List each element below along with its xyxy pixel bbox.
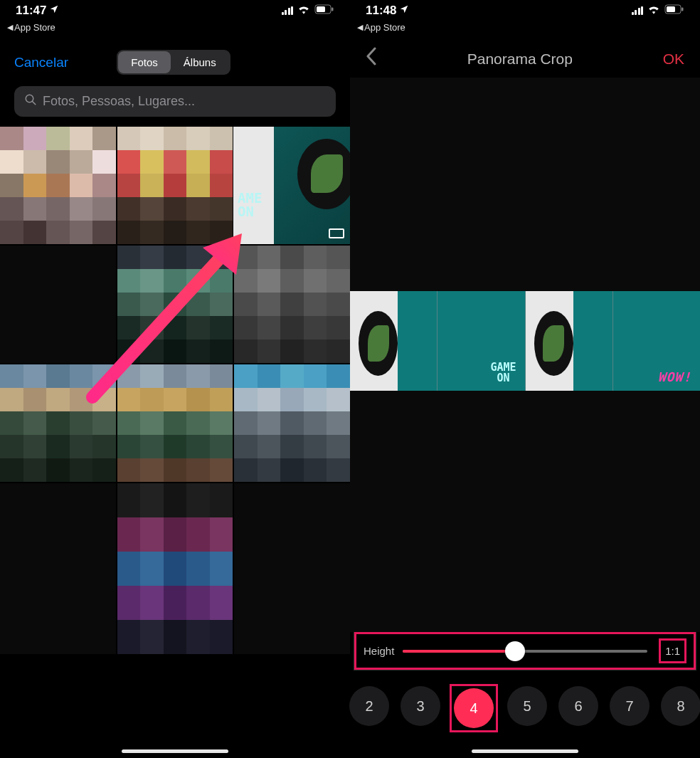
- slider-thumb[interactable]: [505, 641, 525, 661]
- height-slider[interactable]: [403, 643, 647, 659]
- cellular-signal-icon: [282, 6, 294, 15]
- back-to-app-store[interactable]: ◀ App Store: [0, 21, 350, 37]
- screen-title: Panorama Crop: [467, 51, 573, 68]
- photo-thumb-panorama[interactable]: AMEON: [234, 127, 350, 244]
- tile-text: WOW!: [658, 371, 691, 384]
- height-label: Height: [364, 645, 394, 657]
- back-button[interactable]: [366, 47, 377, 70]
- crop-tile: WOW!: [613, 291, 700, 391]
- wifi-icon: [647, 4, 660, 18]
- status-bar: 11:48: [350, 0, 700, 21]
- breadcrumb-label: App Store: [364, 22, 405, 33]
- count-option-4[interactable]: 4: [454, 688, 494, 728]
- home-indicator[interactable]: [122, 749, 228, 753]
- photo-thumb[interactable]: [117, 364, 233, 482]
- chevron-left-icon: ◀: [357, 23, 363, 32]
- crop-canvas[interactable]: GAME ON WOW!: [350, 78, 700, 632]
- search-icon: [24, 93, 37, 110]
- photo-thumb[interactable]: [117, 483, 233, 654]
- segmented-control: Fotos Álbuns: [117, 50, 230, 75]
- breadcrumb-label: App Store: [14, 22, 55, 33]
- count-option-3[interactable]: 3: [401, 686, 440, 726]
- status-bar: 11:47: [0, 0, 350, 21]
- svg-rect-6: [667, 6, 675, 12]
- crop-header: Panorama Crop OK: [350, 37, 700, 78]
- photo-thumb[interactable]: [234, 483, 350, 654]
- panorama-badge-icon: [329, 228, 344, 238]
- photo-thumb[interactable]: [117, 127, 233, 244]
- crop-tile: GAME ON: [438, 291, 525, 391]
- back-to-app-store[interactable]: ◀ App Store: [350, 21, 700, 37]
- count-option-5[interactable]: 5: [507, 686, 547, 726]
- photo-thumb[interactable]: [0, 364, 116, 482]
- photo-thumb[interactable]: [0, 246, 116, 363]
- search-field[interactable]: [14, 86, 336, 117]
- ok-button[interactable]: OK: [663, 51, 684, 68]
- photo-thumb[interactable]: [234, 246, 350, 363]
- phone-left-photo-picker: 11:47 ◀ App Store Cancelar Fotos Álbuns: [0, 0, 350, 758]
- chevron-left-icon: ◀: [7, 23, 13, 32]
- photo-thumb[interactable]: [117, 246, 233, 363]
- count-option-6[interactable]: 6: [558, 686, 598, 726]
- picker-header: Cancelar Fotos Álbuns: [0, 37, 350, 86]
- cellular-signal-icon: [632, 6, 644, 15]
- photo-grid[interactable]: AMEON: [0, 127, 350, 758]
- panorama-preview[interactable]: GAME ON WOW!: [350, 291, 700, 391]
- status-time: 11:48: [366, 4, 396, 18]
- tile-count-row: 2 3 4 5 6 7 8: [350, 670, 700, 758]
- svg-line-4: [32, 101, 36, 105]
- battery-icon: [314, 4, 334, 18]
- thumb-text: ON: [238, 204, 254, 219]
- tab-albums[interactable]: Álbuns: [171, 51, 229, 73]
- height-control-row: Height 1:1: [354, 632, 696, 670]
- cancel-button[interactable]: Cancelar: [14, 55, 68, 70]
- wifi-icon: [297, 4, 310, 18]
- location-icon: [49, 4, 59, 18]
- home-indicator[interactable]: [472, 749, 578, 753]
- svg-rect-7: [682, 8, 684, 11]
- search-input[interactable]: [43, 94, 326, 109]
- aspect-ratio-button[interactable]: 1:1: [659, 638, 686, 663]
- phone-right-panorama-crop: 11:48 ◀ App Store Panorama Crop OK: [350, 0, 700, 758]
- battery-icon: [664, 4, 684, 18]
- photo-thumb[interactable]: [0, 127, 116, 244]
- svg-rect-1: [317, 6, 325, 12]
- tab-photos[interactable]: Fotos: [118, 51, 171, 73]
- count-option-8[interactable]: 8: [661, 686, 700, 726]
- photo-thumb[interactable]: [0, 483, 116, 654]
- chevron-left-icon: [366, 47, 377, 65]
- photo-thumb[interactable]: [234, 364, 350, 482]
- crop-tile: [350, 291, 438, 391]
- crop-tile: [526, 291, 613, 391]
- tile-text: GAME ON: [490, 362, 516, 384]
- count-option-7[interactable]: 7: [610, 686, 649, 726]
- count-option-2[interactable]: 2: [349, 686, 389, 726]
- status-time: 11:47: [16, 4, 46, 18]
- svg-rect-2: [332, 8, 334, 11]
- location-icon: [399, 4, 409, 18]
